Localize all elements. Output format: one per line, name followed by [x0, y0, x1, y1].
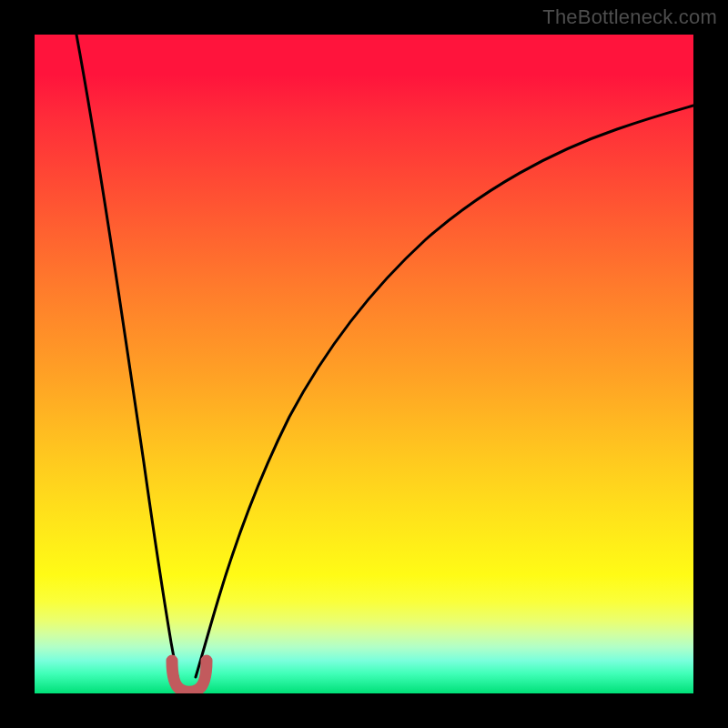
curve-left-branch	[76, 35, 177, 677]
curve-right-branch	[196, 106, 693, 677]
optimal-point-marker	[172, 661, 207, 692]
bottleneck-curve	[35, 35, 693, 693]
plot-area	[35, 35, 693, 693]
chart-frame: TheBottleneck.com	[0, 0, 728, 728]
watermark-text: TheBottleneck.com	[542, 5, 717, 29]
